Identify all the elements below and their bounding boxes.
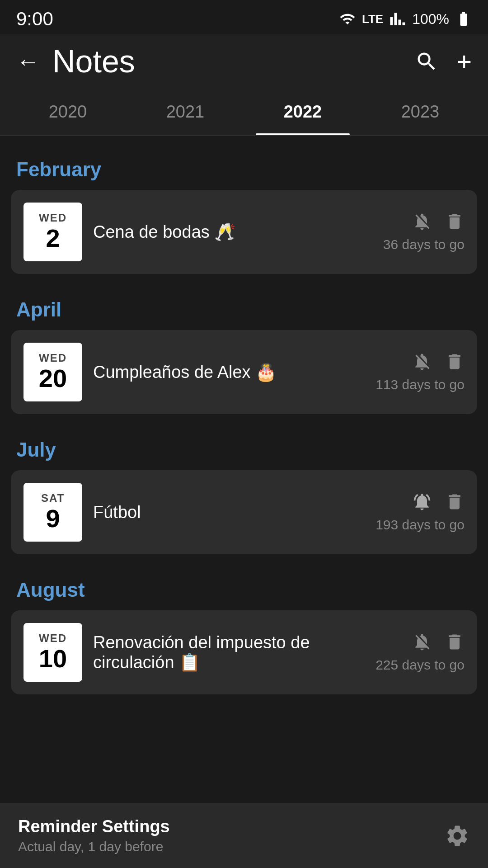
delete-icon[interactable] [445, 212, 465, 231]
action-icons [412, 352, 465, 372]
status-time: 9:00 [16, 8, 53, 30]
day-name: SAT [41, 492, 65, 505]
day-name: WED [39, 352, 67, 364]
section-february: February [11, 145, 477, 190]
delete-icon[interactable] [445, 632, 465, 652]
bell-active-icon[interactable] [412, 492, 432, 512]
note-card[interactable]: WED 2 Cena de bodas 🥂 36 days to go [11, 190, 477, 274]
main-content: February WED 2 Cena de bodas 🥂 36 days t… [0, 136, 488, 787]
tab-2023[interactable]: 2023 [361, 89, 479, 135]
action-icons [412, 492, 465, 512]
delete-icon[interactable] [445, 492, 465, 512]
tab-2022[interactable]: 2022 [244, 89, 361, 135]
signal-icon [389, 11, 406, 27]
day-name: WED [39, 212, 67, 224]
bell-muted-icon[interactable] [412, 632, 432, 652]
add-button[interactable]: + [456, 48, 472, 75]
back-button[interactable]: ← [16, 50, 40, 73]
note-actions: 193 days to go [375, 492, 465, 533]
day-num: 20 [39, 364, 67, 392]
note-card[interactable]: WED 20 Cumpleaños de Alex 🎂 113 days to … [11, 330, 477, 414]
bell-muted-icon[interactable] [412, 352, 432, 372]
note-title: Fútbol [93, 503, 365, 522]
status-icons: LTE 100% [339, 11, 472, 28]
note-card[interactable]: WED 10 Renovación del impuesto de circul… [11, 610, 477, 694]
note-title: Cumpleaños de Alex 🎂 [93, 362, 365, 382]
note-actions: 36 days to go [383, 212, 465, 252]
days-to-go: 113 days to go [375, 377, 465, 392]
note-info: Renovación del impuesto de circulación 📋 [93, 633, 365, 672]
tab-2021[interactable]: 2021 [127, 89, 244, 135]
action-icons [412, 212, 465, 231]
reminder-settings-subtitle: Actual day, 1 day before [18, 839, 170, 854]
lte-icon: LTE [362, 12, 383, 26]
date-box: SAT 9 [23, 483, 82, 542]
battery-text: 100% [412, 11, 449, 28]
note-card[interactable]: SAT 9 Fútbol 193 days to go [11, 470, 477, 554]
page-title: Notes [52, 43, 415, 80]
date-box: WED 2 [23, 203, 82, 261]
days-to-go: 225 days to go [375, 657, 465, 673]
note-title: Cena de bodas 🥂 [93, 222, 372, 242]
note-info: Cumpleaños de Alex 🎂 [93, 362, 365, 382]
battery-icon [455, 11, 472, 27]
day-num: 10 [39, 645, 67, 673]
action-icons [412, 632, 465, 652]
settings-gear-icon[interactable] [445, 823, 470, 849]
bottom-bar: Reminder Settings Actual day, 1 day befo… [0, 803, 488, 868]
app-bar-actions: + [415, 48, 472, 75]
reminder-settings-text: Reminder Settings Actual day, 1 day befo… [18, 817, 170, 854]
days-to-go: 36 days to go [383, 237, 465, 252]
reminder-settings-title: Reminder Settings [18, 817, 170, 836]
day-name: WED [39, 632, 67, 645]
wifi-icon [339, 11, 356, 27]
days-to-go: 193 days to go [375, 517, 465, 533]
bell-muted-icon[interactable] [412, 212, 432, 231]
day-num: 2 [46, 224, 60, 252]
search-icon[interactable] [415, 50, 438, 73]
note-actions: 113 days to go [375, 352, 465, 392]
date-box: WED 10 [23, 623, 82, 682]
date-box: WED 20 [23, 343, 82, 401]
delete-icon[interactable] [445, 352, 465, 372]
section-august: August [11, 565, 477, 610]
year-tabs: 2020 2021 2022 2023 [0, 89, 488, 136]
section-april: April [11, 285, 477, 330]
app-bar: ← Notes + [0, 34, 488, 89]
note-info: Fútbol [93, 503, 365, 522]
status-bar: 9:00 LTE 100% [0, 0, 488, 34]
section-july: July [11, 425, 477, 470]
note-info: Cena de bodas 🥂 [93, 222, 372, 242]
note-actions: 225 days to go [375, 632, 465, 673]
day-num: 9 [46, 505, 60, 533]
tab-2020[interactable]: 2020 [9, 89, 127, 135]
note-title: Renovación del impuesto de circulación 📋 [93, 633, 365, 672]
